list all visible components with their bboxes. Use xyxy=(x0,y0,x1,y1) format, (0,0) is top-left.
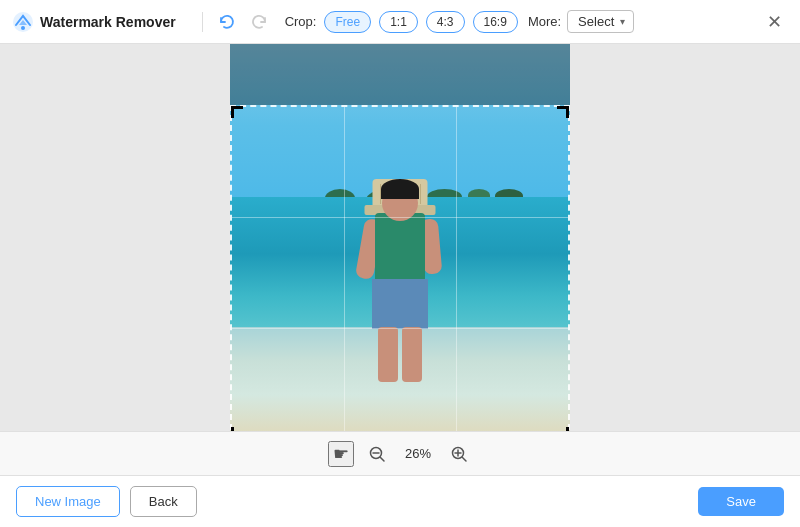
grid-line-h2 xyxy=(232,328,568,329)
select-label: Select xyxy=(578,14,614,29)
crop-16x9-button[interactable]: 16:9 xyxy=(473,11,518,33)
app-title: Watermark Remover xyxy=(40,14,176,30)
more-label: More: xyxy=(528,14,561,29)
crop-grid xyxy=(232,107,568,431)
hand-tool-button[interactable]: ☛ xyxy=(328,441,354,467)
footer: New Image Back Save xyxy=(0,475,800,527)
grid-line-h1 xyxy=(232,217,568,218)
zoom-toolbar: ☛ 26% xyxy=(0,431,800,475)
app-logo: Watermark Remover xyxy=(12,11,176,33)
zoom-out-button[interactable] xyxy=(364,441,390,467)
chevron-down-icon: ▾ xyxy=(620,16,625,27)
undo-button[interactable] xyxy=(213,8,241,36)
zoom-in-button[interactable] xyxy=(446,441,472,467)
svg-line-3 xyxy=(381,457,385,461)
select-dropdown[interactable]: Select ▾ xyxy=(567,10,634,33)
app-logo-icon xyxy=(12,11,34,33)
svg-point-1 xyxy=(21,26,25,30)
grid-line-v1 xyxy=(344,107,345,431)
crop-options: Free 1:1 4:3 16:9 xyxy=(324,11,517,33)
crop-4x3-button[interactable]: 4:3 xyxy=(426,11,465,33)
zoom-level: 26% xyxy=(400,446,436,461)
new-image-button[interactable]: New Image xyxy=(16,486,120,517)
zoom-controls: ☛ 26% xyxy=(328,441,472,467)
crop-free-button[interactable]: Free xyxy=(324,11,371,33)
crop-mask-top xyxy=(230,44,570,105)
hand-icon: ☛ xyxy=(333,443,349,465)
save-button[interactable]: Save xyxy=(698,487,784,516)
grid-line-v2 xyxy=(456,107,457,431)
nav-buttons xyxy=(213,8,273,36)
crop-1x1-button[interactable]: 1:1 xyxy=(379,11,418,33)
header-divider xyxy=(202,12,203,32)
redo-button[interactable] xyxy=(245,8,273,36)
close-button[interactable]: ✕ xyxy=(760,8,788,36)
beach-photo xyxy=(230,44,570,431)
svg-line-6 xyxy=(463,457,467,461)
back-button[interactable]: Back xyxy=(130,486,197,517)
close-icon: ✕ xyxy=(767,11,782,33)
crop-label: Crop: xyxy=(285,14,317,29)
header: Watermark Remover Crop: Free 1:1 4:3 16:… xyxy=(0,0,800,44)
image-container xyxy=(230,44,570,431)
main-area xyxy=(0,44,800,431)
crop-selection[interactable] xyxy=(230,105,570,431)
crop-overlay xyxy=(230,44,570,431)
